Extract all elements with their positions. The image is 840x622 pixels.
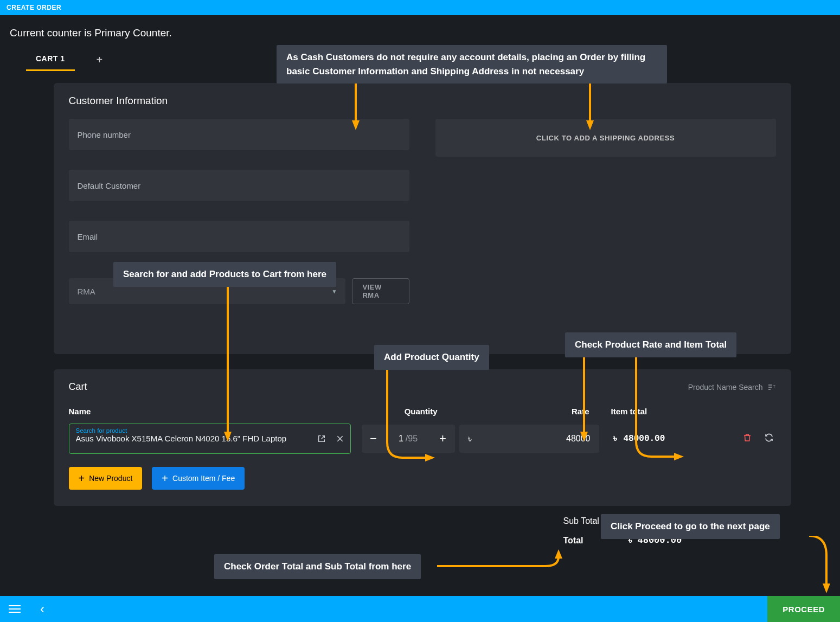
open-product-icon[interactable]	[317, 434, 326, 444]
callout-search: Search for and add Products to Cart from…	[113, 262, 336, 287]
callout-rate: Check Product Rate and Item Total	[565, 332, 736, 357]
app-header: CREATE ORDER	[0, 0, 840, 15]
add-shipping-address-button[interactable]: CLICK TO ADD A SHIPPING ADDRESS	[435, 119, 776, 157]
plus-icon: +	[162, 473, 168, 484]
email-field[interactable]: Email	[69, 221, 409, 252]
product-search-input[interactable]	[76, 434, 312, 443]
currency-icon: ৳	[468, 433, 472, 445]
col-rate: Rate	[459, 407, 600, 416]
cart-column-headers: Name Quantity Rate Item total	[69, 407, 776, 416]
cart-item-row: Search for product − 1 /95 +	[69, 424, 776, 454]
quantity-stepper[interactable]: − 1 /95 +	[362, 425, 455, 453]
custom-item-button[interactable]: + Custom Item / Fee	[152, 467, 245, 490]
clear-product-icon[interactable]	[335, 434, 345, 444]
col-name: Name	[69, 407, 362, 416]
back-icon[interactable]: ‹	[40, 601, 44, 617]
add-cart-tab-icon[interactable]: +	[97, 54, 103, 66]
counter-text: Current counter is Primary Counter.	[4, 15, 840, 49]
email-placeholder: Email	[78, 232, 98, 241]
qty-minus-button[interactable]: −	[368, 432, 379, 446]
menu-icon[interactable]	[9, 605, 21, 613]
col-quantity: Quantity	[362, 407, 459, 416]
plus-icon: +	[79, 473, 85, 484]
text-search-icon: T	[767, 383, 776, 392]
view-rma-button[interactable]: VIEW RMA	[352, 278, 409, 304]
chevron-down-icon: ▼	[332, 288, 337, 294]
footer-bar: ‹ PROCEED	[0, 596, 840, 622]
callout-proceed: Click Proceed to go to the next page	[601, 514, 780, 539]
callout-totals: Check Order Total and Sub Total from her…	[214, 554, 421, 579]
customer-info-panel: Customer Information Phone number Defaul…	[54, 83, 791, 354]
main-content: Current counter is Primary Counter. CART…	[0, 15, 840, 596]
item-total: ৳ 48000.00	[600, 433, 720, 444]
col-item-total: Item total	[600, 407, 720, 416]
product-search-label: Search for product	[76, 427, 312, 434]
rate-field[interactable]: ৳ 48000	[459, 425, 599, 453]
tab-cart-1[interactable]: CART 1	[26, 49, 75, 71]
customer-info-title: Customer Information	[69, 95, 776, 107]
product-name-search-toggle[interactable]: Product Name Search T	[688, 383, 776, 392]
qty-stock: /95	[406, 434, 418, 444]
rate-value: 48000	[566, 434, 591, 444]
qty-value: 1	[399, 434, 403, 444]
rma-placeholder: RMA	[78, 287, 95, 296]
product-search-field[interactable]: Search for product	[69, 424, 351, 454]
svg-text:T: T	[773, 384, 775, 389]
proceed-button[interactable]: PROCEED	[767, 596, 840, 622]
customer-name-value: Default Customer	[78, 181, 141, 190]
callout-top: As Cash Customers do not require any acc…	[277, 45, 667, 84]
callout-qty: Add Product Quantity	[374, 345, 489, 370]
qty-plus-button[interactable]: +	[438, 432, 448, 446]
new-product-button[interactable]: + New Product	[69, 467, 143, 490]
page-title: CREATE ORDER	[7, 4, 61, 11]
delete-item-icon[interactable]	[742, 432, 752, 445]
cart-title: Cart	[69, 381, 87, 393]
phone-placeholder: Phone number	[78, 130, 131, 139]
refresh-item-icon[interactable]	[764, 433, 774, 445]
phone-field[interactable]: Phone number	[69, 119, 409, 150]
customer-name-field[interactable]: Default Customer	[69, 170, 409, 201]
cart-panel: Cart Product Name Search T Name Quantity…	[54, 369, 791, 506]
